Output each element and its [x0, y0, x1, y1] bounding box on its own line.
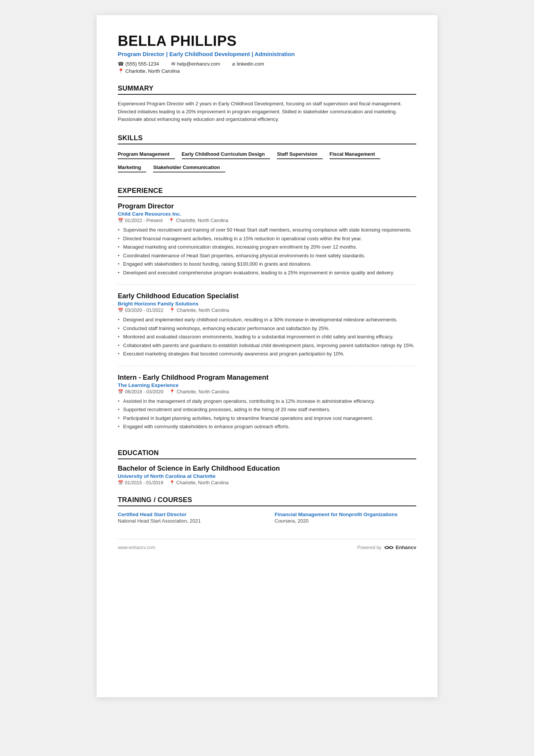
training-grid: Certified Head Start DirectorNational He… [118, 512, 416, 524]
job-title: Program Director [118, 202, 416, 210]
job-title: Intern - Early Childhood Program Managem… [118, 374, 416, 382]
location-row: 📍 Charlotte, North Carolina [118, 68, 416, 74]
calendar-icon: 📅 [118, 480, 123, 485]
experience-block: Program DirectorChild Care Resources Inc… [118, 202, 416, 285]
edu-degree: Bachelor of Science in Early Childhood E… [118, 465, 416, 473]
email-value: help@enhancv.com [177, 61, 220, 67]
location-value: Charlotte, North Carolina [125, 68, 180, 74]
skill-tag: Marketing [118, 163, 146, 172]
bullet-item: Designed and implemented early childhood… [118, 316, 416, 324]
job-bullets: Supervised the recruitment and training … [118, 226, 416, 276]
job-location: 📍 Charlotte, North Carolina [169, 389, 229, 394]
enhancv-logo-svg [384, 545, 394, 551]
bullet-item: Conducted staff training workshops, enha… [118, 325, 416, 332]
footer-url: www.enhancv.com [118, 545, 155, 550]
calendar-icon: 📅 [118, 218, 123, 223]
location-icon: 📍 [169, 308, 175, 313]
skill-tag: Program Management [118, 150, 175, 159]
enhancv-brand-text: Enhancv [396, 545, 416, 550]
contact-row: ☎ (555) 555-1234 ✉ help@enhancv.com ⌀ li… [118, 61, 416, 67]
phone-value: (555) 555-1234 [125, 61, 159, 67]
location-icon: 📍 [169, 218, 174, 223]
bullet-item: Assisted in the management of daily prog… [118, 398, 416, 405]
footer-powered: Powered by Enhancv [357, 545, 416, 551]
experience-block: Intern - Early Childhood Program Managem… [118, 374, 416, 438]
bullet-item: Engaged with community stakeholders to e… [118, 423, 416, 430]
location-icon: 📍 [169, 389, 175, 394]
job-dates: 📅 06/2018 - 03/2020 [118, 389, 163, 394]
summary-title: SUMMARY [118, 85, 416, 95]
skills-title: SKILLS [118, 134, 416, 144]
calendar-icon: 📅 [118, 389, 123, 394]
training-item: Financial Management for Nonprofit Organ… [275, 512, 416, 524]
edu-dates: 📅 01/2015 - 01/2019 [118, 480, 163, 485]
company-name: The Learning Experience [118, 382, 416, 388]
calendar-icon: 📅 [118, 308, 123, 313]
bullet-item: Monitored and evaluated classroom enviro… [118, 333, 416, 341]
summary-section: SUMMARY Experienced Program Director wit… [118, 85, 416, 124]
bullet-item: Participated in budget planning activiti… [118, 415, 416, 422]
training-title: Certified Head Start Director [118, 512, 259, 517]
training-subtitle: Coursera, 2020 [275, 518, 416, 524]
bullet-item: Developed and executed comprehensive pro… [118, 269, 416, 277]
job-meta: 📅 01/2022 - Present📍 Charlotte, North Ca… [118, 218, 416, 223]
header-name: BELLA PHILLIPS [118, 33, 416, 49]
job-location: 📍 Charlotte, North Carolina [169, 218, 228, 223]
enhancv-logo: Enhancv [384, 545, 416, 551]
header-section: BELLA PHILLIPS Program Director | Early … [118, 33, 416, 74]
resume-container: BELLA PHILLIPS Program Director | Early … [97, 15, 437, 697]
training-title: Financial Management for Nonprofit Organ… [275, 512, 416, 517]
job-meta: 📅 06/2018 - 03/2020📍 Charlotte, North Ca… [118, 389, 416, 394]
email-contact: ✉ help@enhancv.com [171, 61, 220, 67]
bullet-item: Supervised the recruitment and training … [118, 226, 416, 234]
skills-section: SKILLS Program ManagementEarly Childhood… [118, 134, 416, 176]
education-blocks: Bachelor of Science in Early Childhood E… [118, 465, 416, 485]
linkedin-icon: ⌀ [232, 61, 235, 67]
email-icon: ✉ [171, 61, 175, 67]
skill-tag: Early Childhood Curriculum Design [182, 150, 270, 159]
powered-by-text: Powered by [357, 545, 381, 550]
job-bullets: Designed and implemented early childhood… [118, 316, 416, 358]
job-dates: 📅 03/2020 - 01/2022 [118, 308, 163, 313]
bullet-item: Engaged with stakeholders to boost fundi… [118, 260, 416, 268]
bullet-item: Executed marketing strategies that boost… [118, 350, 416, 358]
edu-school: University of North Carolina at Charlott… [118, 473, 416, 479]
job-meta: 📅 03/2020 - 01/2022📍 Charlotte, North Ca… [118, 308, 416, 313]
linkedin-value: linkedin.com [237, 61, 264, 67]
experience-title: EXPERIENCE [118, 187, 416, 197]
job-location: 📍 Charlotte, North Carolina [169, 308, 229, 313]
edu-location: 📍 Charlotte, North Carolina [169, 480, 229, 485]
company-name: Bright Horizons Family Solutions [118, 301, 416, 307]
skill-tag: Staff Supervision [277, 150, 323, 159]
training-item: Certified Head Start DirectorNational He… [118, 512, 259, 524]
linkedin-contact: ⌀ linkedin.com [232, 61, 264, 67]
location-contact: 📍 Charlotte, North Carolina [118, 68, 180, 74]
education-title: EDUCATION [118, 449, 416, 459]
skills-grid: Program ManagementEarly Childhood Curric… [118, 150, 416, 176]
experience-block: Early Childhood Education SpecialistBrig… [118, 292, 416, 366]
training-subtitle: National Head Start Association, 2021 [118, 518, 259, 524]
phone-icon: ☎ [118, 61, 124, 67]
summary-text: Experienced Program Director with 2 year… [118, 100, 416, 124]
header-title: Program Director | Early Childhood Devel… [118, 51, 416, 57]
job-bullets: Assisted in the management of daily prog… [118, 398, 416, 430]
skill-tag: Stakeholder Communication [153, 163, 225, 172]
edu-meta: 📅 01/2015 - 01/2019📍 Charlotte, North Ca… [118, 480, 416, 485]
job-title: Early Childhood Education Specialist [118, 292, 416, 300]
location-icon: 📍 [169, 480, 175, 485]
company-name: Child Care Resources Inc. [118, 211, 416, 217]
bullet-item: Collaborated with parents and guardians … [118, 342, 416, 349]
experience-blocks: Program DirectorChild Care Resources Inc… [118, 202, 416, 438]
footer-bar: www.enhancv.com Powered by Enhancv [118, 539, 416, 551]
phone-contact: ☎ (555) 555-1234 [118, 61, 159, 67]
bullet-item: Directed financial management activities… [118, 235, 416, 243]
location-icon: 📍 [118, 68, 124, 74]
training-title: TRAINING / COURSES [118, 496, 416, 506]
bullet-item: Supported recruitment and onboarding pro… [118, 406, 416, 413]
bullet-item: Coordinated maintenance of Head Start pr… [118, 252, 416, 260]
skill-tag: Fiscal Management [329, 150, 380, 159]
education-block: Bachelor of Science in Early Childhood E… [118, 465, 416, 485]
experience-section: EXPERIENCE Program DirectorChild Care Re… [118, 187, 416, 438]
training-section: TRAINING / COURSES Certified Head Start … [118, 496, 416, 524]
bullet-item: Managed marketing and communication stra… [118, 243, 416, 251]
